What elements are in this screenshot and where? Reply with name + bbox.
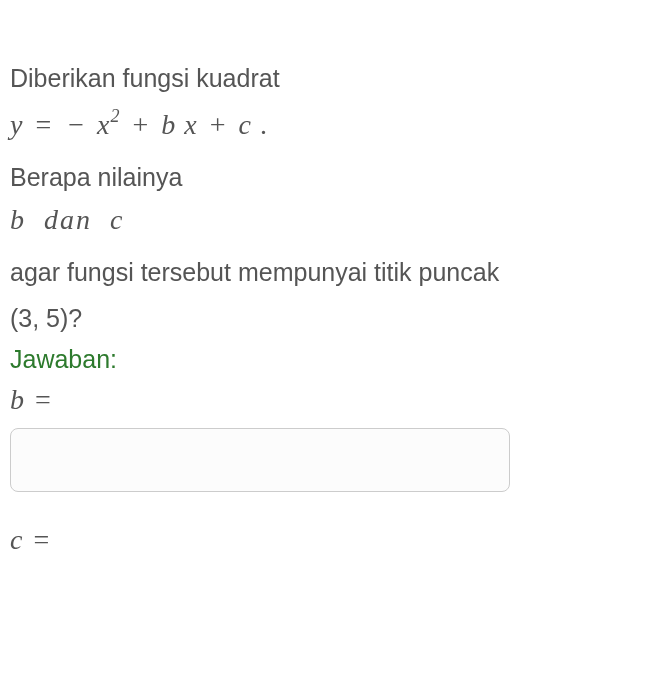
question-line2: agar fungsi tersebut mempunyai titik pun… bbox=[10, 254, 656, 292]
label-b-var: b bbox=[10, 384, 24, 415]
label-c-eq: = bbox=[33, 524, 49, 555]
eq-squared: 2 bbox=[110, 106, 120, 126]
eq-x1: x bbox=[97, 109, 110, 140]
eq-c: c bbox=[239, 109, 252, 140]
question-line1: Berapa nilainya bbox=[10, 159, 656, 197]
equation: y = − x2 + b x + c . bbox=[10, 108, 656, 141]
answer-label: Jawaban: bbox=[10, 345, 656, 374]
eq-dot: . bbox=[260, 109, 268, 140]
var-dan: dan bbox=[44, 204, 92, 235]
eq-b: b bbox=[161, 109, 176, 140]
var-b: b bbox=[10, 204, 26, 235]
label-b-eq: = bbox=[35, 384, 51, 415]
vertex-point: (3, 5)? bbox=[10, 300, 656, 338]
label-b: b = bbox=[10, 384, 656, 416]
var-c: c bbox=[110, 204, 124, 235]
eq-minus: − bbox=[68, 109, 85, 140]
input-b[interactable] bbox=[10, 428, 510, 492]
problem-intro: Diberikan fungsi kuadrat bbox=[10, 60, 656, 98]
vars-line: b dan c bbox=[10, 204, 656, 236]
eq-equals: = bbox=[35, 109, 52, 140]
label-c-var: c bbox=[10, 524, 22, 555]
eq-plus2: + bbox=[210, 109, 227, 140]
eq-x2: x bbox=[184, 109, 197, 140]
eq-y: y bbox=[10, 109, 23, 140]
eq-plus1: + bbox=[132, 109, 149, 140]
label-c: c = bbox=[10, 524, 656, 556]
